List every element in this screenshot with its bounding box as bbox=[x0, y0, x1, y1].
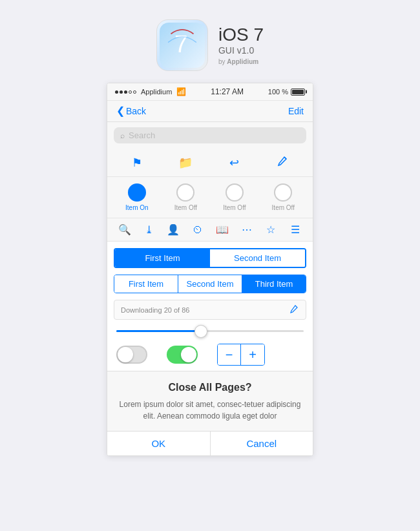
download-icon[interactable]: ⤓ bbox=[141, 224, 158, 236]
back-label: Back bbox=[126, 106, 146, 116]
download-edit-icon[interactable] bbox=[290, 304, 299, 315]
radio-circle-0 bbox=[128, 183, 146, 202]
app-title-area: iOS 7 GUI v1.0 by Applidium bbox=[218, 25, 264, 65]
radio-label-2: Item Off bbox=[223, 204, 246, 211]
alert-buttons: OK Cancel bbox=[107, 431, 313, 455]
radio-circle-1 bbox=[176, 183, 194, 202]
battery-fill bbox=[292, 90, 304, 94]
battery-pct: 100 % bbox=[268, 88, 288, 96]
folder-icon[interactable]: 📁 bbox=[176, 156, 194, 170]
status-left: Applidium 📶 bbox=[115, 87, 186, 96]
person-icon[interactable]: 👤 bbox=[165, 224, 182, 236]
list-icon[interactable]: ☰ bbox=[287, 224, 304, 236]
search-bar-container: ⌕ Search bbox=[107, 122, 313, 149]
radio-item-1[interactable]: Item Off bbox=[174, 183, 197, 211]
reply-icon[interactable]: ↩ bbox=[226, 156, 244, 170]
search-placeholder: Search bbox=[129, 130, 155, 140]
slider-container bbox=[107, 324, 313, 338]
download-bar: Downloading 20 of 86 bbox=[114, 300, 306, 320]
flag-icon[interactable]: ⚑ bbox=[128, 156, 146, 170]
seg1-item-1[interactable]: Second Item bbox=[210, 249, 305, 267]
alert-cancel-button[interactable]: Cancel bbox=[211, 432, 313, 455]
star-icon[interactable]: ☆ bbox=[262, 224, 279, 236]
signal-dot-2 bbox=[120, 90, 123, 94]
app-author: Applidium bbox=[227, 58, 258, 65]
slider-track[interactable] bbox=[116, 330, 304, 332]
toolbar-icons: ⚑ 📁 ↩ bbox=[107, 149, 313, 177]
segmented-control-2: First Item Second Item Third Item bbox=[114, 275, 306, 293]
signal-dot-3 bbox=[124, 90, 127, 94]
status-bar: Applidium 📶 11:27 AM 100 % bbox=[107, 83, 313, 101]
svg-text:7: 7 bbox=[174, 31, 187, 57]
alert-title: Close All Pages? bbox=[118, 382, 302, 393]
app-by: by Applidium bbox=[218, 58, 264, 65]
radio-item-2[interactable]: Item Off bbox=[223, 183, 246, 211]
alert-ok-button[interactable]: OK bbox=[107, 432, 211, 455]
signal-dot-4 bbox=[129, 90, 132, 94]
radio-circle-2 bbox=[226, 183, 244, 202]
download-text: Downloading 20 of 86 bbox=[121, 306, 189, 314]
radio-label-3: Item Off bbox=[272, 204, 295, 211]
signal-dots bbox=[115, 90, 136, 94]
wifi-icon: 📶 bbox=[176, 87, 186, 96]
bottom-toolbar: 🔍 ⤓ 👤 ⏲ 📖 ⋯ ☆ ☰ bbox=[107, 218, 313, 242]
app-subtitle: GUI v1.0 bbox=[218, 45, 264, 56]
carrier-label: Applidium bbox=[141, 88, 172, 96]
phone-frame: Applidium 📶 11:27 AM 100 % ❮ Back Edit ⌕ bbox=[107, 83, 313, 456]
segmented-control-1: First Item Second Item bbox=[114, 248, 306, 268]
radio-label-0: Item On bbox=[125, 204, 149, 211]
battery-bar bbox=[291, 88, 305, 96]
radio-item-0[interactable]: Item On bbox=[125, 183, 149, 211]
slider-fill bbox=[116, 330, 201, 332]
book-icon[interactable]: 📖 bbox=[214, 224, 231, 236]
radio-label-1: Item Off bbox=[174, 204, 197, 211]
radio-row: Item On Item Off Item Off Item Off bbox=[107, 177, 313, 218]
toggle-off[interactable] bbox=[116, 346, 147, 364]
back-button[interactable]: ❮ Back bbox=[116, 106, 146, 116]
toggle-on-thumb bbox=[181, 347, 196, 362]
back-chevron-icon: ❮ bbox=[116, 106, 125, 116]
toggle-on[interactable] bbox=[167, 346, 198, 364]
toggle-off-thumb bbox=[118, 347, 133, 362]
app-title: iOS 7 bbox=[218, 25, 264, 45]
edit-button[interactable]: Edit bbox=[288, 106, 304, 116]
status-time: 11:27 AM bbox=[211, 87, 244, 96]
more-icon[interactable]: ⋯ bbox=[238, 224, 255, 236]
nav-bar: ❮ Back Edit bbox=[107, 101, 313, 122]
status-right: 100 % bbox=[268, 88, 305, 96]
stepper: − + bbox=[217, 344, 265, 366]
app-icon-area: 7 iOS 7 GUI v1.0 by Applidium bbox=[156, 19, 264, 71]
seg2-item-0[interactable]: First Item bbox=[114, 275, 178, 293]
seg2-item-2[interactable]: Third Item bbox=[242, 275, 306, 293]
alert-message: Lorem ipsum dolor sit amet, consec-tetue… bbox=[118, 399, 302, 422]
page-wrapper: 7 iOS 7 GUI v1.0 by Applidium bbox=[0, 13, 420, 456]
search-icon: ⌕ bbox=[120, 131, 125, 140]
clock-icon[interactable]: ⏲ bbox=[189, 224, 206, 236]
search-bottom-icon[interactable]: 🔍 bbox=[116, 224, 133, 236]
radio-circle-3 bbox=[274, 183, 292, 202]
stepper-plus-button[interactable]: + bbox=[241, 344, 264, 365]
search-bar[interactable]: ⌕ Search bbox=[114, 127, 306, 143]
seg2-item-1[interactable]: Second Item bbox=[178, 275, 242, 293]
compose-icon[interactable] bbox=[274, 155, 292, 170]
seg1-item-0[interactable]: First Item bbox=[115, 249, 210, 267]
alert-modal: Close All Pages? Lorem ipsum dolor sit a… bbox=[107, 371, 313, 455]
signal-dot-5 bbox=[133, 90, 136, 94]
app-icon: 7 bbox=[156, 19, 208, 71]
radio-item-3[interactable]: Item Off bbox=[272, 183, 295, 211]
slider-thumb[interactable] bbox=[194, 325, 207, 338]
stepper-minus-button[interactable]: − bbox=[218, 344, 241, 365]
signal-dot-1 bbox=[115, 90, 118, 94]
controls-row: − + bbox=[107, 338, 313, 371]
